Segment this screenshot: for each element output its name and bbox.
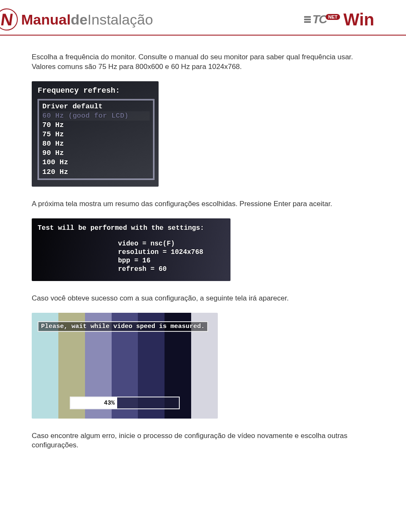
page-header: N ManualdeInstalação TC NET Win [0, 0, 406, 36]
settings-line: resolution = 1024x768 [118, 248, 225, 256]
shot3-progressbar: 43% [70, 397, 180, 409]
screenshot-video-speed: Please, wait while video speed is measur… [32, 313, 218, 419]
title-word-1: Manual [21, 11, 71, 28]
brand-net-badge: NET [326, 14, 340, 20]
screenshot-frequency-refresh: Frequency refresh: Driver default60 Hz (… [32, 81, 159, 187]
frequency-option: 70 Hz [42, 121, 150, 130]
shot2-lines: video = nsc(F)resolution = 1024x768bpp =… [38, 240, 225, 273]
frequency-option: 100 Hz [42, 158, 150, 167]
paragraph-4: Caso encontre algum erro, inicie o proce… [32, 431, 374, 451]
frequency-option: 80 Hz [42, 139, 150, 149]
logo-letter: N [0, 11, 14, 28]
shot3-message: Please, wait while video speed is measur… [38, 321, 208, 332]
brand-tc-text: TC [313, 13, 326, 26]
shot3-progress-label: 43% [104, 400, 115, 406]
settings-line: bpp = 16 [118, 256, 225, 265]
paragraph-1: Escolha a frequência do monitor. Consult… [32, 52, 374, 72]
title-word-3: Instalação [88, 11, 153, 28]
frequency-option: 60 Hz (good for LCD) [42, 111, 150, 121]
frequency-option: Driver default [42, 102, 150, 111]
shot1-title: Frequency refresh: [38, 86, 154, 95]
frequency-option: 90 Hz [42, 149, 150, 158]
title-word-2: de [71, 11, 88, 28]
brand-right: TC NET Win [304, 11, 374, 28]
frequency-option: 75 Hz [42, 130, 150, 139]
brand-logo-icon: N [0, 8, 18, 30]
header-left: N ManualdeInstalação [0, 8, 153, 30]
shot1-listbox: Driver default60 Hz (good for LCD)70 Hz7… [38, 99, 154, 180]
settings-line: video = nsc(F) [118, 240, 225, 248]
page-content: Escolha a frequência do monitor. Consult… [0, 36, 406, 463]
page-title: ManualdeInstalação [21, 12, 153, 27]
paragraph-3: Caso você obteve sucesso com a sua confi… [32, 294, 374, 303]
tc-bars-icon [304, 16, 311, 23]
brand-win-text: Win [343, 11, 374, 28]
shot3-progress-fill: 43% [71, 397, 117, 408]
paragraph-2: A próxima tela mostra um resumo das conf… [32, 199, 374, 209]
frequency-option: 120 Hz [42, 168, 150, 177]
settings-line: refresh = 60 [118, 265, 225, 273]
shot2-title: Test will be performed with the settings… [38, 224, 225, 232]
screenshot-test-settings: Test will be performed with the settings… [32, 218, 230, 281]
brand-tc-logo: TC NET [304, 13, 342, 26]
